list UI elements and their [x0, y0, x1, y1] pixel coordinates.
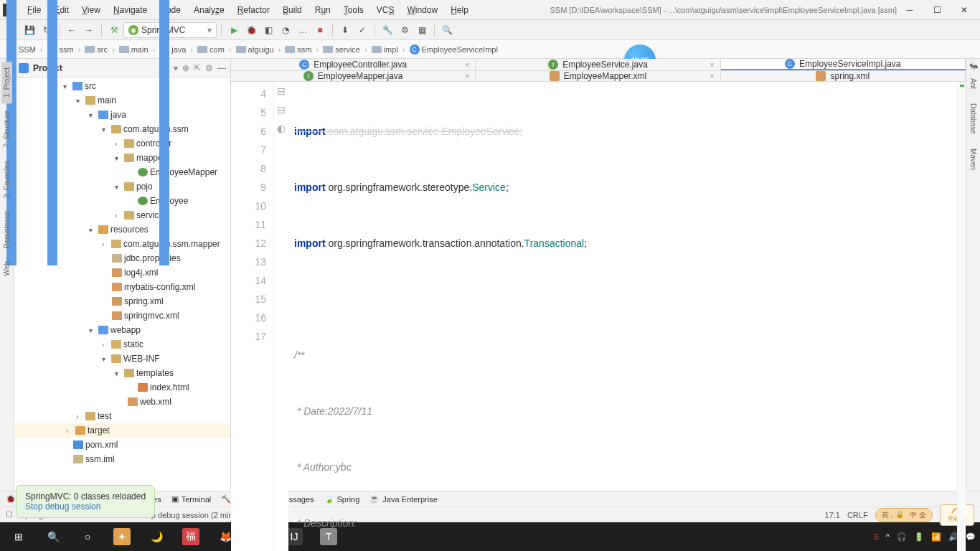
bc-impl[interactable]: impl — [369, 44, 400, 55]
project-window-icon — [19, 63, 29, 73]
minimize-button[interactable]: ─ — [897, 1, 923, 19]
tab-employee-service[interactable]: IEmployeeService.java× — [476, 59, 720, 70]
main-toolbar: 📂 💾 ↻ ← → ⚒ ◉ SpringMVC ▾ ▶ 🐞 ◧ ◔ … ■ ⬇ … — [0, 20, 980, 40]
side-tab-ant[interactable]: Ant — [968, 72, 979, 95]
menu-vcs[interactable]: VCS — [371, 3, 400, 17]
close-icon[interactable]: × — [465, 60, 469, 69]
tab-employee-mapper-java[interactable]: IEmployeeMapper.java× — [231, 71, 476, 81]
vcs-update-icon[interactable]: ⬇ — [337, 22, 353, 38]
side-tab-structure[interactable]: 7: Structure — [1, 105, 12, 154]
bc-atguigu[interactable]: atguigu — [234, 44, 276, 55]
window-controls: ─ ☐ ✕ — [897, 1, 977, 19]
search-button[interactable]: 🔍 — [39, 522, 67, 551]
ant-icon[interactable]: 🐜 — [969, 62, 978, 70]
tab-employee-mapper-xml[interactable]: EmployeeMapper.xml× — [476, 71, 720, 81]
right-tool-strip: 🐜 Ant Database Maven — [966, 59, 980, 491]
fold-column[interactable]: ⊟⊟◐ — [274, 82, 288, 551]
menu-bar: FFileile Edit View Navigate Code Analyze… — [22, 3, 542, 17]
side-tab-database[interactable]: Database — [968, 98, 979, 140]
window-title: SSM [D:\IDEA\workspace\SSM] - ...\com\at… — [550, 6, 897, 14]
hide-icon[interactable]: — — [217, 63, 226, 73]
maximize-button[interactable]: ☐ — [924, 1, 950, 19]
notification-text: SpringMVC: 0 classes reloaded — [25, 491, 146, 501]
coverage-button[interactable]: ◧ — [260, 22, 276, 38]
search-icon[interactable]: 🔍 — [439, 22, 455, 38]
status-window-icon[interactable]: ☐ — [6, 510, 13, 519]
side-tab-web[interactable]: Web — [1, 255, 12, 281]
view-mode-dropdown[interactable]: ▾ — [174, 63, 178, 73]
select-opened-icon[interactable]: ⊕ — [182, 63, 189, 73]
menu-tools[interactable]: Tools — [338, 3, 369, 17]
menu-window[interactable]: Window — [401, 3, 443, 17]
side-tab-favorites[interactable]: 2: Favorites — [1, 155, 12, 204]
menu-view[interactable]: View — [76, 3, 106, 17]
menu-refactor[interactable]: Refactor — [232, 3, 275, 17]
attach-button[interactable]: … — [295, 22, 311, 38]
tab-employee-controller[interactable]: CEmployeeController.java× — [231, 59, 476, 70]
terminal-panel-button[interactable]: ▣ Terminal — [171, 494, 212, 504]
app-3[interactable]: 福 — [176, 522, 205, 551]
editor-scrollbar-rail[interactable] — [957, 82, 966, 551]
bc-main[interactable]: main — [117, 44, 151, 55]
save-icon[interactable]: 💾 — [22, 22, 37, 38]
line-gutter: 4567891011121314151617 — [231, 82, 274, 551]
stop-button[interactable]: ■ — [312, 22, 328, 38]
forward-icon[interactable]: → — [81, 22, 97, 38]
menu-analyze[interactable]: Analyze — [188, 3, 230, 17]
menu-run[interactable]: Run — [309, 3, 336, 17]
tab-spring-xml[interactable]: spring.xml — [721, 71, 966, 81]
tray-notifications-icon[interactable]: 💬 — [966, 532, 976, 542]
debug-button[interactable]: 🐞 — [243, 22, 259, 38]
profile-button[interactable]: ◔ — [278, 22, 293, 38]
title-bar: FFileile Edit View Navigate Code Analyze… — [0, 0, 980, 20]
close-icon[interactable]: × — [710, 60, 714, 69]
vcs-commit-icon[interactable]: ✓ — [354, 22, 370, 38]
code-editor[interactable]: 4567891011121314151617 ⊟⊟◐ import com.at… — [231, 82, 966, 551]
settings-icon[interactable]: ⚙ — [397, 22, 413, 38]
editor-tabs-row2: IEmployeeMapper.java× EmployeeMapper.xml… — [231, 71, 966, 82]
menu-navigate[interactable]: Navigate — [108, 3, 153, 17]
stop-debug-link[interactable]: Stop debug session — [25, 501, 146, 512]
run-config-selector[interactable]: ◉ SpringMVC ▾ — [123, 22, 217, 38]
editor-tabs-row1: CEmployeeController.java× IEmployeeServi… — [231, 59, 966, 71]
hotswap-notification: SpringMVC: 0 classes reloaded Stop debug… — [16, 485, 155, 518]
side-tab-persistence[interactable]: Persistence — [1, 205, 12, 254]
back-icon[interactable]: ← — [64, 22, 80, 38]
run-button[interactable]: ▶ — [226, 22, 242, 38]
menu-help[interactable]: Help — [445, 3, 474, 17]
expand-all-icon[interactable]: ⇱ — [194, 63, 201, 73]
main-area: 1: Project 7: Structure 2: Favorites Per… — [0, 59, 980, 491]
cortana-button[interactable]: ○ — [73, 522, 102, 551]
breadcrumb: SSM› ssm› src› main› java› com› atguigu›… — [0, 40, 980, 59]
code-area[interactable]: import com.atguigu.ssm.service.EmployeeS… — [288, 82, 957, 551]
start-button[interactable]: ⊞ — [4, 522, 33, 551]
close-icon[interactable]: × — [710, 72, 714, 80]
spring-icon: ◉ — [128, 25, 138, 35]
bc-class[interactable]: CEmployeeServiceImpl — [407, 43, 500, 56]
menu-build[interactable]: Build — [277, 3, 308, 17]
close-button[interactable]: ✕ — [951, 1, 977, 19]
bc-service[interactable]: service — [321, 44, 362, 55]
bc-com[interactable]: com — [195, 44, 227, 55]
side-tab-project[interactable]: 1: Project — [1, 62, 12, 103]
tab-employee-service-impl[interactable]: CEmployeeServiceImpl.java — [721, 59, 966, 70]
side-tab-maven[interactable]: Maven — [968, 143, 979, 176]
app-2[interactable]: 🌙 — [142, 522, 171, 551]
wrench-icon[interactable]: 🔧 — [380, 22, 395, 38]
close-icon[interactable]: × — [465, 72, 469, 80]
editor-pane: CEmployeeController.java× IEmployeeServi… — [231, 59, 966, 491]
inspection-marker — [960, 85, 964, 87]
structure-icon[interactable]: ▦ — [414, 22, 430, 38]
gear-icon[interactable]: ⚙ — [205, 63, 213, 73]
app-1[interactable]: ✦ — [108, 522, 136, 551]
bc-ssm3[interactable]: ssm — [283, 44, 314, 55]
bc-src[interactable]: src — [83, 44, 110, 55]
build-icon[interactable]: ⚒ — [106, 22, 122, 38]
